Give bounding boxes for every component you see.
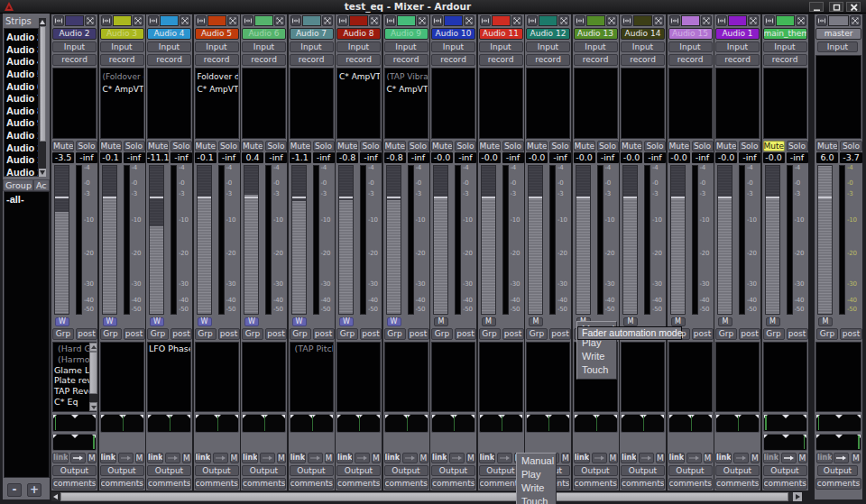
- processor-entry[interactable]: C* AmpVTS: [101, 83, 143, 96]
- expand-strip-button[interactable]: [606, 15, 617, 26]
- pan-automation-button[interactable]: M: [372, 453, 381, 463]
- output-button[interactable]: Output: [195, 465, 239, 476]
- output-button[interactable]: Output: [763, 465, 807, 476]
- pre-processor-box[interactable]: [526, 68, 570, 139]
- strip-name-button[interactable]: Audio 8: [336, 28, 381, 40]
- output-button[interactable]: Output: [242, 465, 286, 476]
- panner-bar[interactable]: [763, 434, 807, 451]
- pan-automation-button[interactable]: M: [277, 453, 286, 463]
- link-button[interactable]: link: [147, 453, 163, 463]
- narrow-strip-button[interactable]: [243, 15, 253, 26]
- panner-bar[interactable]: [621, 414, 665, 433]
- menu-item-write[interactable]: Write: [517, 481, 556, 495]
- narrow-strip-button[interactable]: [669, 15, 680, 26]
- mute-button[interactable]: Mute: [526, 141, 548, 151]
- group-button[interactable]: Grp: [242, 328, 263, 340]
- record-button[interactable]: record: [479, 54, 523, 66]
- menu-item-touch[interactable]: Touch: [577, 363, 616, 377]
- solo-button[interactable]: Solo: [692, 141, 714, 151]
- strip-list-item[interactable]: Audio 5: [5, 69, 38, 81]
- gain-automation-button[interactable]: M: [529, 317, 543, 326]
- output-button[interactable]: Output: [574, 465, 618, 476]
- comments-button[interactable]: comments: [100, 478, 144, 490]
- menu-item-manual[interactable]: Manual: [517, 454, 556, 468]
- record-button[interactable]: record: [526, 54, 570, 66]
- output-button[interactable]: Output: [715, 465, 760, 476]
- gain-automation-button[interactable]: W: [55, 317, 69, 326]
- mute-button[interactable]: Mute: [195, 141, 216, 151]
- panner-bar[interactable]: [336, 414, 381, 433]
- group-button[interactable]: Grp: [100, 328, 122, 340]
- narrow-strip-button[interactable]: [148, 15, 159, 26]
- gain-automation-button[interactable]: M: [482, 317, 496, 326]
- gain-automation-button[interactable]: W: [292, 317, 307, 326]
- solo-button[interactable]: Solo: [739, 141, 760, 151]
- metering-point-button[interactable]: post: [549, 328, 571, 340]
- strip-color-swatch[interactable]: [207, 15, 226, 26]
- output-button[interactable]: Output: [668, 465, 713, 476]
- input-button[interactable]: Input: [817, 41, 858, 52]
- scroll-down-button[interactable]: [39, 169, 46, 177]
- gain-display[interactable]: -0.1: [195, 152, 216, 163]
- output-button[interactable]: Output: [290, 465, 334, 476]
- comments-button[interactable]: comments: [195, 478, 239, 490]
- panner-bar[interactable]: [52, 414, 97, 432]
- scrollbar-thumb[interactable]: [40, 26, 46, 142]
- mute-button[interactable]: Mute: [668, 141, 690, 151]
- input-button[interactable]: Input: [574, 41, 618, 52]
- record-button[interactable]: record: [715, 54, 760, 66]
- group-button[interactable]: Grp: [336, 328, 358, 340]
- link-button[interactable]: link: [431, 453, 447, 463]
- solo-button[interactable]: Solo: [455, 141, 476, 151]
- record-button[interactable]: record: [621, 54, 665, 66]
- pre-processor-box[interactable]: [715, 68, 760, 139]
- gain-automation-button[interactable]: M: [718, 317, 732, 326]
- solo-button[interactable]: Solo: [124, 141, 145, 151]
- gain-display[interactable]: -0.0: [526, 152, 548, 163]
- post-processor-box[interactable]: [242, 342, 286, 412]
- scroll-left-button[interactable]: [51, 492, 60, 501]
- menu-item-play[interactable]: Play: [517, 468, 556, 481]
- panner-bar[interactable]: [431, 414, 475, 433]
- strip-name-button[interactable]: Audio 5: [195, 28, 239, 40]
- pre-processor-box[interactable]: [479, 68, 523, 139]
- input-button[interactable]: Input: [336, 41, 381, 52]
- horizontal-scrollbar[interactable]: [51, 492, 802, 501]
- narrow-strip-button[interactable]: [337, 15, 348, 26]
- pan-automation-button[interactable]: M: [561, 453, 570, 463]
- gain-fader[interactable]: [149, 165, 164, 315]
- expand-strip-button[interactable]: [133, 15, 143, 26]
- link-arrow-button[interactable]: [165, 453, 180, 463]
- strip-list-item[interactable]: Audio 13: [5, 167, 38, 177]
- post-processor-box[interactable]: [431, 342, 475, 412]
- post-processor-box[interactable]: [479, 342, 523, 412]
- gain-automation-button[interactable]: W: [150, 317, 164, 326]
- comments-button[interactable]: comments: [763, 478, 807, 490]
- post-processor-box[interactable]: [763, 342, 807, 412]
- solo-button[interactable]: Solo: [840, 141, 862, 151]
- strip-color-swatch[interactable]: [113, 15, 132, 26]
- narrow-strip-button[interactable]: [196, 15, 207, 26]
- processor-entry[interactable]: (TAP Pitch: [290, 344, 333, 354]
- post-processor-box[interactable]: [668, 342, 713, 412]
- gain-fader[interactable]: [197, 165, 212, 315]
- strip-color-swatch[interactable]: [302, 15, 321, 26]
- group-button[interactable]: Grp: [816, 328, 838, 340]
- post-processor-box[interactable]: LFO Phaser: [147, 342, 191, 412]
- solo-button[interactable]: Solo: [787, 141, 808, 151]
- strip-name-button[interactable]: Audio 6: [242, 28, 286, 40]
- pan-automation-button[interactable]: M: [182, 453, 191, 463]
- link-button[interactable]: link: [479, 453, 495, 463]
- panner-bar[interactable]: [290, 414, 334, 433]
- group-button[interactable]: Grp: [147, 328, 169, 340]
- expand-strip-button[interactable]: [322, 15, 333, 26]
- link-button[interactable]: link: [52, 453, 69, 463]
- metering-point-button[interactable]: post: [455, 328, 476, 340]
- expand-strip-button[interactable]: [653, 15, 664, 26]
- link-button[interactable]: link: [242, 453, 258, 463]
- gain-display[interactable]: -0.8: [336, 152, 358, 163]
- gain-display[interactable]: -0.0: [431, 152, 453, 163]
- panner-bar[interactable]: [715, 414, 760, 433]
- strip-name-button[interactable]: Audio 2: [52, 28, 97, 40]
- strip-list-item[interactable]: Audio 12: [5, 154, 38, 167]
